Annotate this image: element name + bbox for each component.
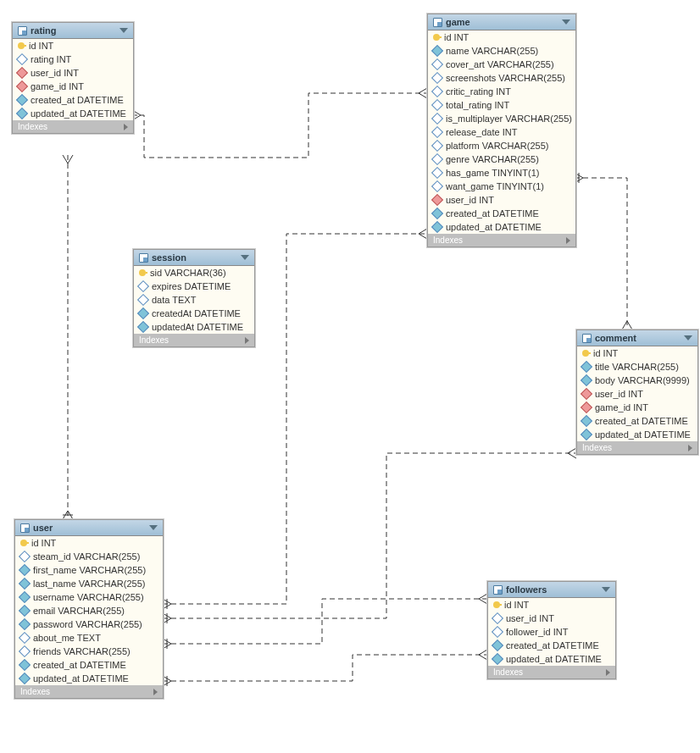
entity-header[interactable]: user [15, 520, 163, 536]
field-row[interactable]: user_id INT [488, 612, 615, 625]
column-icon [19, 551, 31, 562]
entity-header[interactable]: followers [488, 582, 615, 598]
field-row[interactable]: cover_art VARCHAR(255) [428, 58, 575, 71]
field-row[interactable]: updated_at DATETIME [577, 428, 697, 441]
field-row[interactable]: want_game TINYINT(1) [428, 180, 575, 193]
column-icon [492, 639, 503, 651]
column-icon [19, 659, 31, 671]
collapse-icon[interactable] [562, 19, 570, 25]
field-row[interactable]: title VARCHAR(255) [577, 360, 697, 374]
column-icon [581, 374, 592, 386]
collapse-icon[interactable] [241, 255, 249, 260]
field-row[interactable]: about_me TEXT [15, 631, 163, 645]
field-row[interactable]: genre VARCHAR(255) [428, 152, 575, 166]
field-row[interactable]: release_date INT [428, 125, 575, 139]
field-row[interactable]: steam_id VARCHAR(255) [15, 550, 163, 563]
field-row[interactable]: is_multiplayer VARCHAR(255) [428, 112, 575, 125]
collapse-icon[interactable] [149, 525, 158, 530]
entity-header[interactable]: rating [13, 23, 133, 39]
primary-key-icon [20, 540, 27, 546]
field-row[interactable]: password VARCHAR(255) [15, 617, 163, 631]
field-row[interactable]: updated_at DATETIME [428, 220, 575, 234]
field-row[interactable]: user_id INT [577, 387, 697, 401]
collapse-icon[interactable] [119, 28, 128, 33]
collapse-icon[interactable] [684, 335, 692, 341]
field-row[interactable]: id INT [428, 30, 575, 44]
field-row[interactable]: data TEXT [134, 293, 254, 307]
field-row[interactable]: body VARCHAR(9999) [577, 374, 697, 387]
field-label: name VARCHAR(255) [446, 46, 538, 56]
field-label: id INT [31, 538, 56, 548]
field-row[interactable]: updatedAt DATETIME [134, 320, 254, 334]
indexes-footer[interactable]: Indexes [15, 685, 163, 698]
field-label: id INT [444, 32, 469, 42]
field-row[interactable]: follower_id INT [488, 625, 615, 639]
field-row[interactable]: createdAt DATETIME [134, 307, 254, 320]
column-icon [431, 72, 443, 84]
field-row[interactable]: id INT [577, 346, 697, 360]
field-row[interactable]: expires DATETIME [134, 280, 254, 293]
entity-user[interactable]: user id INTsteam_id VARCHAR(255)first_na… [14, 519, 164, 699]
expand-icon [606, 669, 610, 676]
field-row[interactable]: created_at DATETIME [488, 639, 615, 652]
column-icon [431, 180, 443, 192]
entity-game[interactable]: game id INTname VARCHAR(255)cover_art VA… [427, 14, 576, 247]
field-label: id INT [29, 41, 53, 51]
field-row[interactable]: updated_at DATETIME [13, 107, 133, 120]
field-label: release_date INT [446, 127, 517, 137]
entity-followers[interactable]: followers id INTuser_id INTfollower_id I… [487, 581, 616, 679]
indexes-label: Indexes [20, 687, 50, 696]
entity-header[interactable]: game [428, 14, 575, 30]
field-label: game_id INT [31, 81, 84, 91]
field-label: critic_rating INT [446, 86, 511, 97]
field-row[interactable]: critic_rating INT [428, 85, 575, 98]
entity-header[interactable]: session [134, 250, 254, 266]
indexes-footer[interactable]: Indexes [13, 120, 133, 133]
indexes-footer[interactable]: Indexes [134, 334, 254, 346]
field-row[interactable]: first_name VARCHAR(255) [15, 563, 163, 577]
field-row[interactable]: id INT [488, 598, 615, 612]
field-row[interactable]: username VARCHAR(255) [15, 590, 163, 604]
field-row[interactable]: sid VARCHAR(36) [134, 266, 254, 280]
primary-key-icon [433, 34, 440, 41]
field-row[interactable]: rating INT [13, 53, 133, 66]
field-row[interactable]: created_at DATETIME [13, 93, 133, 107]
field-row[interactable]: friends VARCHAR(255) [15, 645, 163, 658]
collapse-icon[interactable] [602, 587, 610, 592]
column-icon [19, 673, 31, 684]
column-icon [492, 626, 503, 638]
field-row[interactable]: created_at DATETIME [577, 414, 697, 428]
field-row[interactable]: game_id INT [577, 401, 697, 414]
table-icon [433, 18, 442, 27]
field-row[interactable]: total_rating INT [428, 98, 575, 112]
entity-rating[interactable]: rating id INTrating INTuser_id INTgame_i… [12, 22, 134, 134]
field-row[interactable]: id INT [15, 536, 163, 550]
entity-header[interactable]: comment [577, 330, 697, 346]
table-icon [18, 26, 27, 36]
field-row[interactable]: user_id INT [13, 66, 133, 80]
field-row[interactable]: game_id INT [13, 80, 133, 93]
entity-session[interactable]: session sid VARCHAR(36)expires DATETIMEd… [133, 249, 255, 347]
field-row[interactable]: platform VARCHAR(255) [428, 139, 575, 152]
field-row[interactable]: has_game TINYINT(1) [428, 166, 575, 180]
field-row[interactable]: screenshots VARCHAR(255) [428, 71, 575, 85]
field-row[interactable]: created_at DATETIME [15, 658, 163, 672]
field-row[interactable]: id INT [13, 39, 133, 53]
field-row[interactable]: created_at DATETIME [428, 207, 575, 220]
entity-title: rating [31, 25, 57, 36]
indexes-footer[interactable]: Indexes [577, 441, 697, 454]
primary-key-icon [493, 601, 500, 608]
entity-fields: sid VARCHAR(36)expires DATETIMEdata TEXT… [134, 266, 254, 334]
indexes-footer[interactable]: Indexes [428, 234, 575, 246]
field-label: rating INT [31, 54, 71, 64]
field-row[interactable]: last_name VARCHAR(255) [15, 577, 163, 590]
indexes-label: Indexes [493, 667, 523, 677]
indexes-footer[interactable]: Indexes [488, 666, 615, 678]
field-row[interactable]: email VARCHAR(255) [15, 604, 163, 617]
field-row[interactable]: updated_at DATETIME [15, 672, 163, 685]
entity-comment[interactable]: comment id INTtitle VARCHAR(255)body VAR… [576, 329, 698, 455]
field-row[interactable]: user_id INT [428, 193, 575, 207]
field-label: total_rating INT [446, 100, 509, 110]
field-row[interactable]: updated_at DATETIME [488, 652, 615, 666]
field-row[interactable]: name VARCHAR(255) [428, 44, 575, 58]
